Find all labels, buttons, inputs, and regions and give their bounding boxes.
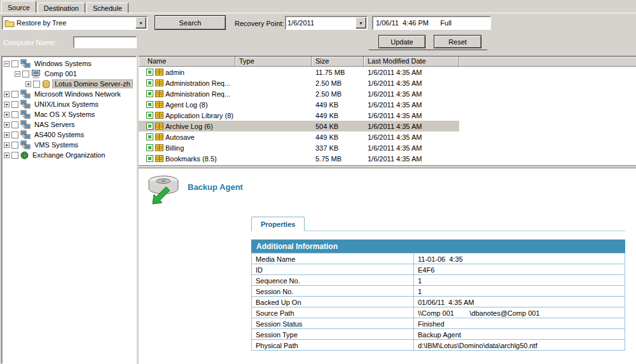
tree-item-label: Microsoft Windows Network [32, 90, 123, 98]
expand-icon[interactable]: + [4, 152, 10, 158]
file-row-billing[interactable]: Billing337 KB1/6/2011 4:35 AM [139, 142, 636, 153]
file-row-bookmarks-8-5[interactable]: Bookmarks (8.5)5.75 MB1/6/2011 4:35 AM [139, 153, 636, 164]
file-name: Administration Req... [165, 90, 230, 98]
include-checkbox[interactable] [146, 79, 153, 86]
update-button[interactable]: Update [378, 35, 425, 48]
tab-schedule[interactable]: Schedule [86, 3, 128, 13]
file-row-autosave[interactable]: Autosave449 KB1/6/2011 4:35 AM [139, 131, 636, 142]
property-key: Session No. [252, 286, 414, 297]
file-row-agent-log-8[interactable]: Agent Log (8)449 KB1/6/2011 4:35 AM [139, 99, 636, 110]
property-value: E4F6 [414, 264, 625, 275]
property-value: Backup Agent [414, 329, 625, 340]
file-type [235, 110, 312, 121]
column-header-last-modified-date[interactable]: Last Modified Date [364, 57, 459, 67]
restore-mode-combo[interactable]: Restore by Tree ▼ [2, 16, 148, 30]
file-row-application-library-8[interactable]: Application Library (8)449 KB1/6/2011 4:… [139, 110, 636, 121]
tree-checkbox[interactable] [11, 131, 18, 138]
file-modified: 1/6/2011 4:35 AM [364, 142, 459, 153]
dropdown-arrow-icon[interactable]: ▼ [135, 17, 146, 29]
tree-checkbox[interactable] [11, 91, 18, 98]
include-checkbox[interactable] [146, 69, 153, 76]
column-header-size[interactable]: Size [312, 57, 364, 67]
recovery-point-combo[interactable]: 1/6/2011 ▼ [285, 16, 368, 30]
tree-checkbox[interactable] [11, 60, 18, 67]
tree-item-label: Comp 001 [43, 69, 79, 78]
file-size: 449 KB [312, 110, 364, 121]
tree-item-nas-servers[interactable]: +NAS Servers [2, 119, 136, 130]
column-header-name[interactable]: Name [139, 57, 235, 67]
file-row-filler [459, 142, 636, 153]
file-row-archive-log-6[interactable]: Archive Log (6)504 KB1/6/2011 4:35 AM [139, 121, 636, 131]
tab-destination[interactable]: Destination [38, 3, 85, 13]
search-button[interactable]: Search [155, 15, 226, 30]
tree-item-exchange-organization[interactable]: +Exchange Organization [2, 150, 136, 160]
dropdown-arrow-icon[interactable]: ▼ [356, 17, 366, 29]
file-size: 11.75 MB [312, 67, 364, 78]
include-checkbox[interactable] [146, 90, 153, 97]
include-checkbox[interactable] [146, 101, 153, 108]
file-modified: 1/6/2011 4:35 AM [364, 78, 459, 88]
file-row-administration-req[interactable]: Administration Req...2.50 MB1/6/2011 4:3… [139, 88, 636, 99]
collapse-icon[interactable]: − [4, 61, 10, 67]
tree-checkbox[interactable] [11, 142, 18, 149]
network-icon [20, 100, 31, 109]
tree-checkbox[interactable] [11, 101, 18, 108]
property-key: Session Status [252, 318, 414, 329]
tree-checkbox[interactable] [22, 71, 29, 78]
file-modified: 1/6/2011 4:35 AM [364, 121, 459, 131]
expand-icon[interactable]: + [4, 132, 10, 138]
tab-properties[interactable]: Properties [251, 217, 305, 231]
include-checkbox[interactable] [146, 144, 153, 151]
collapse-icon[interactable]: − [15, 71, 20, 77]
tabstrip: SourceDestinationSchedule [0, 0, 636, 13]
column-header-type[interactable]: Type [235, 57, 312, 67]
property-key: Source Path [252, 307, 414, 318]
expand-icon[interactable]: + [25, 81, 31, 87]
restore-manager-window: SourceDestinationSchedule Restore by Tre… [0, 0, 636, 364]
tree-item-windows-systems[interactable]: −Windows Systems [2, 58, 136, 69]
property-row-id: IDE4F6 [252, 264, 625, 275]
tree-item-as400-systems[interactable]: +AS400 Systems [2, 130, 136, 140]
file-name: Autosave [165, 133, 195, 141]
network-icon [20, 120, 31, 129]
property-key: Media Name [252, 253, 414, 264]
file-list-body: admin11.75 MB1/6/2011 4:35 AMAdministrat… [139, 67, 636, 164]
file-modified: 1/6/2011 4:35 AM [364, 153, 459, 164]
properties-content: Additional Information Media Name11-01-0… [251, 231, 625, 351]
file-name: Bookmarks (8.5) [165, 155, 217, 163]
file-row-administration-req[interactable]: Administration Req...2.50 MB1/6/2011 4:3… [139, 78, 636, 88]
restore-mode-value: Restore by Tree [15, 19, 135, 27]
tree-item-comp-001[interactable]: −Comp 001 [2, 69, 136, 79]
tree-checkbox[interactable] [11, 121, 18, 128]
tree-item-vms-systems[interactable]: +VMS Systems [2, 140, 136, 150]
file-row-filler [459, 67, 636, 78]
property-row-session-status: Session StatusFinished [252, 318, 625, 329]
expand-icon[interactable]: + [4, 122, 10, 128]
tree-item-mac-os-x-systems[interactable]: +Mac OS X Systems [2, 109, 136, 119]
file-row-filler [459, 78, 636, 88]
file-size: 449 KB [312, 99, 364, 110]
property-value: d:\IBM\Lotus\Domino\data\archlg50.ntf [414, 340, 625, 351]
include-checkbox[interactable] [146, 155, 153, 162]
tree-checkbox[interactable] [11, 152, 18, 159]
file-list-header: NameTypeSizeLast Modified Date [139, 57, 636, 67]
computer-name-input[interactable] [73, 36, 137, 48]
tree-item-lotus-domino-server-zh[interactable]: +Lotus Domino Server-zh [2, 79, 136, 89]
expand-icon[interactable]: + [4, 142, 10, 148]
expand-icon[interactable]: + [4, 102, 10, 107]
tab-source[interactable]: Source [1, 1, 36, 13]
expand-icon[interactable]: + [4, 91, 10, 97]
tree-checkbox[interactable] [33, 81, 40, 88]
property-value: 1 [414, 275, 625, 286]
tree-checkbox[interactable] [11, 111, 18, 118]
tree-item-unix-linux-systems[interactable]: +UNIX/Linux Systems [2, 99, 136, 109]
expand-icon[interactable]: + [4, 112, 10, 118]
file-row-admin[interactable]: admin11.75 MB1/6/2011 4:35 AM [139, 67, 636, 78]
tree-item-microsoft-windows-network[interactable]: +Microsoft Windows Network [2, 89, 136, 99]
file-type [235, 142, 312, 153]
file-size: 2.50 MB [312, 88, 364, 99]
include-checkbox[interactable] [146, 123, 153, 130]
include-checkbox[interactable] [146, 133, 153, 140]
include-checkbox[interactable] [146, 112, 153, 119]
reset-button[interactable]: Reset [434, 35, 481, 48]
